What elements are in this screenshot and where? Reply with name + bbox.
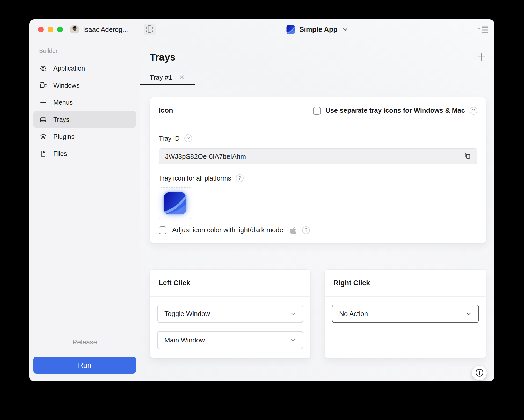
adjust-color-row: Adjust icon color with light/dark mode ? [159,226,477,234]
left-click-action-value: Toggle Window [164,310,210,318]
right-click-action-value: No Action [339,310,368,318]
right-click-title: Right Click [333,279,370,287]
toolbar: Simple App [140,19,494,40]
sidebar-toggle-icon [145,25,154,34]
app-icon [286,25,295,34]
sidebar-item-windows[interactable]: Windows [33,77,136,94]
sidebar: Isaac Aderog... Builder Application [29,19,140,381]
layers-icon [40,133,47,140]
chevron-down-icon [465,310,472,317]
tab-bar: Tray #1 ✕ [140,70,494,85]
icon-card: Icon Use separate tray icons for Windows… [150,97,486,243]
tray-settings-panel: Icon Use separate tray icons for Windows… [140,85,494,381]
document-icon [40,150,47,157]
sidebar-item-label: Trays [53,116,69,123]
info-button[interactable] [472,366,487,380]
sidebar-item-label: Files [53,150,67,158]
tab-tray-1[interactable]: Tray #1 ✕ [140,70,195,85]
page-title: Trays [150,52,176,63]
window-resize-icon [40,82,47,89]
copy-icon[interactable] [464,152,471,161]
left-click-window-select[interactable]: Main Window [157,331,303,349]
tray-icon-preview [164,192,186,214]
sidebar-item-label: Menus [53,99,73,106]
sidebar-item-label: Windows [53,82,79,89]
tray-id-value: JWJ3pS82Oe-6IA7beIAhm [165,153,246,161]
right-click-header: Right Click [325,270,486,297]
chevron-down-icon [290,310,296,317]
close-window-button[interactable] [38,27,44,32]
sidebar-item-trays[interactable]: Trays [33,111,136,128]
run-button[interactable]: Run [33,357,136,374]
app-window: Isaac Aderog... Builder Application [29,19,494,381]
sidebar-item-menus[interactable]: Menus [33,94,136,111]
plus-icon [477,52,486,63]
adjust-color-label: Adjust icon color with light/dark mode [172,226,283,234]
sidebar-toggle-button[interactable] [144,24,156,35]
sidebar-section-label: Builder [33,48,136,55]
zoom-window-button[interactable] [57,27,63,32]
tray-id-field[interactable]: JWJ3pS82Oe-6IA7beIAhm [159,148,477,164]
user-name[interactable]: Isaac Aderog... [83,26,128,34]
chevron-down-icon [342,26,348,33]
left-click-action-select[interactable]: Toggle Window [157,305,303,323]
release-link[interactable]: Release [33,338,136,346]
help-icon[interactable]: ? [470,107,477,115]
gear-icon [40,65,47,72]
view-options-button[interactable] [477,25,488,34]
main-content: Simple App [140,19,494,381]
left-click-window-value: Main Window [164,336,205,344]
left-click-title: Left Click [159,279,190,287]
click-actions-row: Left Click Toggle Window Main Window [150,269,486,358]
chevron-down-icon [290,337,296,343]
traffic-lights [38,27,63,32]
close-tab-icon[interactable]: ✕ [179,74,185,81]
icon-card-body: Tray ID ? JWJ3pS82Oe-6IA7beIAhm [150,124,486,243]
tray-icon-label-row: Tray icon for all platforms ? [159,174,477,182]
tab-label: Tray #1 [150,73,172,81]
icon-card-title: Icon [159,107,173,115]
app-selector[interactable]: Simple App [286,25,348,34]
adjust-color-checkbox[interactable] [159,226,166,234]
separate-icons-label: Use separate tray icons for Windows & Ma… [325,107,465,115]
desktop: { "titlebar": { "user_name": "Isaac Ader… [0,0,524,420]
tray-icon [40,116,47,123]
tray-icon-dropzone[interactable] [159,187,191,219]
left-click-header: Left Click [150,270,310,297]
sidebar-nav: Builder Application [29,40,140,338]
help-icon[interactable]: ? [236,174,244,182]
sidebar-item-application[interactable]: Application [33,60,136,77]
sidebar-item-files[interactable]: Files [33,145,136,162]
list-dropdown-icon [477,25,488,34]
sidebar-footer: Release Run [29,338,140,381]
left-click-body: Toggle Window Main Window [150,297,310,358]
tray-icon-label: Tray icon for all platforms [159,175,231,182]
right-click-card: Right Click No Action [324,269,486,358]
help-icon[interactable]: ? [302,226,310,234]
left-click-card: Left Click Toggle Window Main Window [150,269,311,358]
menu-lines-icon [40,99,47,106]
sidebar-item-plugins[interactable]: Plugins [33,128,136,145]
right-click-action-select[interactable]: No Action [332,305,479,323]
page-header: Trays [140,40,494,63]
apple-logo-icon [290,226,296,234]
right-click-body: No Action [325,297,486,358]
window-titlebar: Isaac Aderog... [29,19,140,40]
separate-icons-checkbox[interactable] [313,107,321,115]
icon-card-header: Icon Use separate tray icons for Windows… [150,97,486,124]
info-icon [475,368,484,378]
app-name: Simple App [299,26,338,34]
sidebar-item-label: Application [53,65,85,72]
sidebar-item-label: Plugins [53,133,75,140]
tray-id-label: Tray ID [159,135,180,142]
add-tray-button[interactable] [476,52,487,63]
tray-id-label-row: Tray ID ? [159,134,477,142]
avatar[interactable] [70,25,79,34]
minimize-window-button[interactable] [48,27,53,32]
help-icon[interactable]: ? [184,134,192,142]
